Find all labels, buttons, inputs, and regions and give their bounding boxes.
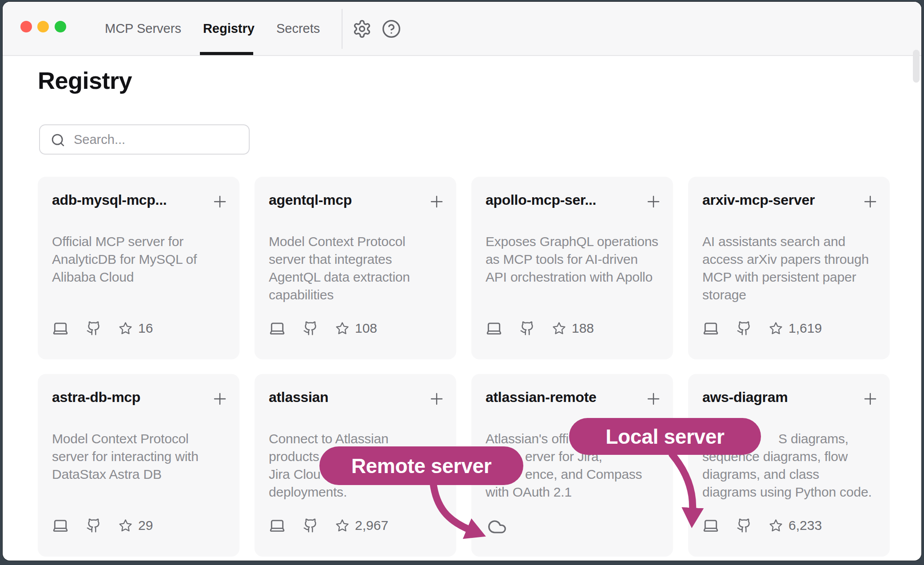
tab-mcp-servers[interactable]: MCP Servers xyxy=(105,21,181,36)
github-icon xyxy=(520,321,535,336)
add-icon xyxy=(429,194,445,210)
star-count: 16 xyxy=(138,321,153,336)
tab-registry[interactable]: Registry xyxy=(203,21,255,36)
star-count: 108 xyxy=(355,321,377,336)
server-card-atlassian-remote[interactable]: atlassian-remote Atlassian's offi erver … xyxy=(471,374,673,557)
active-tab-indicator xyxy=(200,52,253,55)
laptop-icon xyxy=(52,320,69,337)
card-footer: 29 xyxy=(52,517,153,534)
add-server-button[interactable] xyxy=(212,194,228,210)
screenshot-stage: MCP Servers Registry Secrets xyxy=(0,0,924,565)
tab-secrets[interactable]: Secrets xyxy=(276,21,320,36)
add-icon xyxy=(645,391,661,407)
server-description: Connect to Atlassian products Jira Clou … xyxy=(269,430,445,501)
server-name: atlassian-remote xyxy=(486,389,597,406)
star-count-group: 6,233 xyxy=(769,518,822,533)
star-icon xyxy=(335,519,349,533)
star-icon xyxy=(769,322,783,335)
star-count: 2,967 xyxy=(355,518,388,533)
github-icon xyxy=(737,518,752,533)
server-description: Atlassian's offi erver for Jira, ence, a… xyxy=(486,430,661,501)
star-icon xyxy=(119,322,132,335)
star-count: 29 xyxy=(138,518,153,533)
server-name: agentql-mcp xyxy=(269,192,352,208)
app-window: MCP Servers Registry Secrets xyxy=(3,2,921,561)
minimize-button[interactable] xyxy=(37,21,49,32)
server-card-arxiv-mcp-server[interactable]: arxiv-mcp-server AI assistants search an… xyxy=(688,177,890,359)
tab-bar: MCP Servers Registry Secrets xyxy=(105,2,320,55)
laptop-icon xyxy=(269,517,286,534)
add-server-button[interactable] xyxy=(862,391,878,407)
gear-icon[interactable] xyxy=(352,19,372,39)
card-footer: 2,967 xyxy=(269,517,388,534)
star-count-group: 1,619 xyxy=(769,321,822,336)
github-icon xyxy=(303,518,318,533)
server-grid: adb-mysql-mcp... Official MCP server for… xyxy=(38,177,890,557)
star-count-group: 16 xyxy=(119,321,153,336)
page-title: Registry xyxy=(38,67,132,94)
header-divider xyxy=(342,9,343,49)
add-server-button[interactable] xyxy=(862,194,878,210)
cloud-icon xyxy=(486,517,509,537)
star-icon xyxy=(335,322,349,335)
server-description: Model Context Protocol server that integ… xyxy=(269,233,445,304)
server-description: Exposes GraphQL operations as MCP tools … xyxy=(486,233,661,286)
github-icon xyxy=(303,321,318,336)
add-icon xyxy=(429,391,445,407)
star-icon xyxy=(769,519,783,533)
laptop-icon xyxy=(52,517,69,534)
server-name: aws-diagram xyxy=(702,389,788,406)
add-server-button[interactable] xyxy=(645,194,661,210)
server-name: apollo-mcp-ser... xyxy=(486,192,596,208)
star-count-group: 29 xyxy=(119,518,153,533)
server-name: adb-mysql-mcp... xyxy=(52,192,167,208)
add-server-button[interactable] xyxy=(429,194,445,210)
scrollbar-thumb[interactable] xyxy=(913,50,920,83)
star-count: 6,233 xyxy=(789,518,822,533)
add-icon xyxy=(212,391,228,407)
server-name: atlassian xyxy=(269,389,328,406)
server-card-atlassian[interactable]: atlassian Connect to Atlassian products … xyxy=(255,374,456,557)
add-icon xyxy=(645,194,661,210)
add-server-button[interactable] xyxy=(645,391,661,407)
star-icon xyxy=(119,519,132,533)
server-card-agentql-mcp[interactable]: agentql-mcp Model Context Protocol serve… xyxy=(255,177,456,359)
add-icon xyxy=(212,194,228,210)
laptop-icon xyxy=(702,320,719,337)
server-description: S diagrams, sequence diagrams, flow diag… xyxy=(702,430,878,501)
add-server-button[interactable] xyxy=(429,391,445,407)
card-footer: 188 xyxy=(486,320,594,337)
card-footer: 1,619 xyxy=(702,320,822,337)
server-card-aws-diagram[interactable]: aws-diagram S diagrams, sequence diagram… xyxy=(688,374,890,557)
window-header: MCP Servers Registry Secrets xyxy=(3,2,921,56)
add-server-button[interactable] xyxy=(212,391,228,407)
add-icon xyxy=(862,194,878,210)
search-input[interactable] xyxy=(73,125,242,154)
server-card-astra-db-mcp[interactable]: astra-db-mcp Model Context Protocol serv… xyxy=(38,374,239,557)
card-footer: 108 xyxy=(269,320,377,337)
search-icon xyxy=(51,133,65,147)
star-count: 188 xyxy=(572,321,594,336)
search-box xyxy=(39,124,250,155)
card-footer: 6,233 xyxy=(702,517,822,534)
github-icon xyxy=(86,321,101,336)
github-icon xyxy=(737,321,752,336)
close-button[interactable] xyxy=(20,21,32,32)
server-name: astra-db-mcp xyxy=(52,389,140,406)
help-icon[interactable] xyxy=(382,19,401,39)
laptop-icon xyxy=(269,320,286,337)
server-description: Model Context Protocol server for intera… xyxy=(52,430,228,483)
card-footer: 16 xyxy=(52,320,153,337)
zoom-button[interactable] xyxy=(55,21,66,32)
star-count-group: 2,967 xyxy=(335,518,388,533)
server-card-adb-mysql-mcp[interactable]: adb-mysql-mcp... Official MCP server for… xyxy=(38,177,239,359)
server-description: AI assistants search and access arXiv pa… xyxy=(702,233,878,304)
laptop-icon xyxy=(702,517,719,534)
star-icon xyxy=(552,322,566,335)
star-count-group: 108 xyxy=(335,321,377,336)
card-footer xyxy=(486,517,509,537)
github-icon xyxy=(86,518,101,533)
laptop-icon xyxy=(486,320,502,337)
server-card-apollo-mcp-server[interactable]: apollo-mcp-ser... Exposes GraphQL operat… xyxy=(471,177,673,359)
star-count: 1,619 xyxy=(789,321,822,336)
